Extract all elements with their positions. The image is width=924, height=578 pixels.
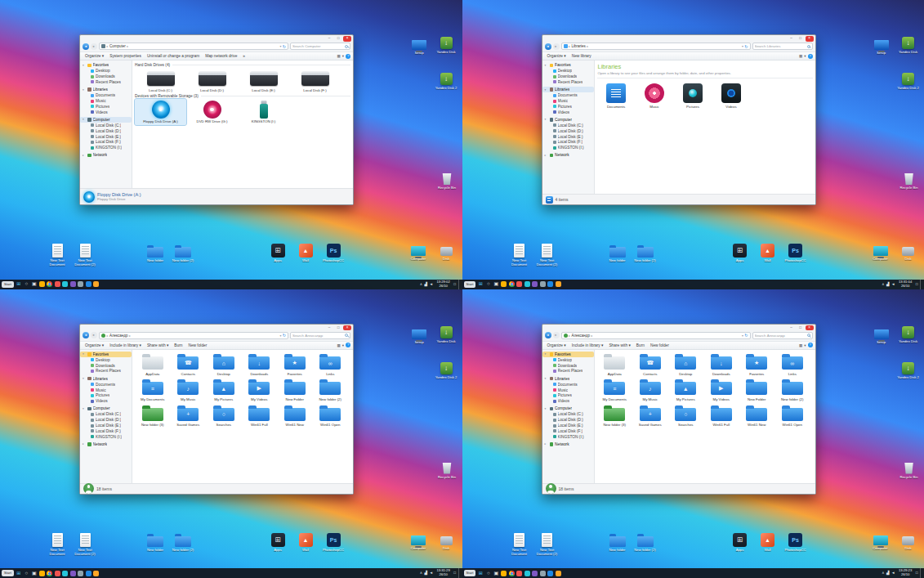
sidebar-computer[interactable]: ▾Computer: [542, 405, 594, 412]
settings-icon[interactable]: [540, 571, 546, 576]
desktop-icon-photoshopcc[interactable]: PsPhotoshopCC: [783, 244, 808, 262]
search-icon[interactable]: ○: [24, 571, 29, 576]
search-input[interactable]: Search Libraries: [752, 43, 813, 50]
task-view-icon[interactable]: ▣: [31, 571, 37, 576]
maximize-button[interactable]: □: [334, 36, 342, 42]
sidebar-item-kingston-i[interactable]: KINGSTON (I:): [80, 145, 132, 150]
file-desktop[interactable]: ⌂Desktop: [668, 352, 704, 377]
file-dvd-rw-drive-g[interactable]: DVD RW Drive (G:): [186, 99, 238, 124]
maximize-button[interactable]: □: [797, 325, 805, 331]
sidebar-item-local-disk-e[interactable]: Local Disk (E:): [80, 134, 132, 140]
browser-icon[interactable]: [47, 281, 52, 287]
group-header[interactable]: Hard Disk Drives (4): [135, 63, 350, 67]
volume-icon[interactable]: ◄: [430, 568, 433, 578]
file-downloads[interactable]: ↓Downloads: [703, 352, 739, 377]
photos-icon[interactable]: [532, 571, 538, 576]
store-icon[interactable]: [62, 571, 68, 576]
desktop-icon-apps[interactable]: ⊞Apps: [266, 244, 290, 262]
file-my-videos[interactable]: ▶My Videos: [242, 377, 278, 402]
file-win61-full[interactable]: Win61 Full: [703, 402, 739, 428]
sidebar-item-pictures[interactable]: Pictures: [542, 392, 594, 398]
search-input[interactable]: Search Александр: [752, 332, 813, 339]
mail-icon[interactable]: [55, 571, 60, 576]
sidebar-favorites[interactable]: ▾Favorites: [542, 62, 594, 69]
address-bar[interactable]: ▸Libraries▸▾↻: [561, 43, 751, 50]
help-icon[interactable]: ?: [808, 54, 813, 59]
volume-icon[interactable]: ◄: [891, 568, 895, 578]
sidebar-item-kingston-i[interactable]: KINGSTON (I:): [80, 434, 132, 440]
start-button[interactable]: Start: [464, 570, 476, 576]
address-dropdown-icon[interactable]: ▾: [742, 44, 743, 48]
desktop-icon-new-folder-2[interactable]: New folder (2): [633, 533, 658, 552]
sidebar-item-recent-places[interactable]: Recent Places: [80, 79, 132, 85]
file-local-disk-c[interactable]: Local Disk (C:): [135, 68, 186, 93]
sidebar-item-desktop[interactable]: Desktop: [542, 357, 594, 363]
file-pictures[interactable]: Pictures: [674, 80, 712, 110]
file-win61-open[interactable]: Win61 Open: [774, 402, 810, 428]
desktop-icon-disk[interactable]: Disk: [896, 244, 921, 261]
desktop-icon-disk[interactable]: Disk: [434, 533, 458, 550]
volume-icon[interactable]: ◄: [430, 280, 433, 289]
file-saved-games[interactable]: +Saved Games: [171, 402, 207, 428]
address-bar[interactable]: ▸Александр▸▾↻: [99, 332, 288, 339]
desktop-icon-new-folder-2[interactable]: New folder (2): [171, 244, 195, 262]
desktop-icon-computer[interactable]: Computer: [406, 533, 431, 550]
sidebar-item-kingston-i[interactable]: KINGSTON (I:): [542, 145, 594, 150]
desktop-icon-yandex-disk[interactable]: ↓Yandex Disk: [434, 36, 458, 54]
address-dropdown-icon[interactable]: ▾: [742, 334, 743, 338]
file-kingston-i[interactable]: KINGSTON (I:): [238, 99, 289, 124]
toolbar-new-folder[interactable]: New folder: [185, 343, 209, 347]
sidebar-item-local-disk-f[interactable]: Local Disk (F:): [542, 139, 594, 145]
file-desktop[interactable]: ⌂Desktop: [206, 352, 242, 377]
file-win61-new[interactable]: Win61 New: [277, 402, 313, 428]
search-icon[interactable]: ○: [24, 281, 29, 287]
desktop-icon-wall[interactable]: ▲Wall: [756, 533, 780, 552]
file-local-disk-d[interactable]: Local Disk (D:): [186, 68, 238, 93]
file-local-disk-f[interactable]: Local Disk (F:): [289, 68, 341, 93]
file-new-folder-3[interactable]: New folder (3): [135, 402, 171, 428]
back-button[interactable]: ◄: [83, 43, 89, 50]
sidebar-item-downloads[interactable]: Downloads: [80, 363, 132, 369]
desktop-icon-yandex-disk-2[interactable]: ↓Yandex Disk 2: [896, 72, 921, 90]
sidebar-item-music[interactable]: Music: [80, 388, 132, 393]
sidebar-item-local-disk-c[interactable]: Local Disk (C:): [542, 412, 594, 418]
search-icon[interactable]: ○: [485, 571, 491, 576]
sidebar-item-documents[interactable]: Documents: [80, 382, 132, 388]
back-button[interactable]: ◄: [545, 43, 551, 50]
word-icon[interactable]: [86, 281, 92, 287]
refresh-icon[interactable]: ↻: [283, 44, 286, 49]
file-new-folder-2[interactable]: New folder (2): [313, 377, 349, 402]
network-icon[interactable]: ▟: [886, 568, 889, 578]
desktop-icon-yandex-disk[interactable]: ↓Yandex Disk: [896, 325, 921, 343]
file-explorer-icon[interactable]: [501, 281, 507, 287]
toolbar-burn[interactable]: Burn: [172, 343, 185, 347]
action-center-icon[interactable]: □: [916, 280, 918, 289]
sidebar-item-local-disk-f[interactable]: Local Disk (F:): [542, 428, 594, 434]
sidebar-item-local-disk-e[interactable]: Local Disk (E:): [80, 423, 132, 428]
file-my-pictures[interactable]: ▲My Pictures: [668, 377, 704, 402]
maximize-button[interactable]: □: [334, 325, 342, 331]
sidebar-network[interactable]: ▸Network: [80, 152, 132, 159]
forward-button[interactable]: ►: [91, 332, 97, 338]
file-saved-games[interactable]: +Saved Games: [632, 402, 668, 428]
toolbar-uninstall-or-change-a-program[interactable]: Uninstall or change a program: [145, 54, 202, 58]
sidebar-item-videos[interactable]: Videos: [80, 398, 132, 404]
group-header[interactable]: Devices with Removable Storage (3): [135, 94, 350, 98]
network-icon[interactable]: ▟: [886, 280, 889, 289]
desktop-icon-disk[interactable]: Disk: [896, 533, 921, 550]
settings-icon[interactable]: [78, 281, 83, 287]
sidebar-item-downloads[interactable]: Downloads: [542, 74, 594, 79]
file-contacts[interactable]: ☎Contacts: [171, 352, 207, 377]
toolbar-include-in-library[interactable]: Include in library ▾: [107, 343, 144, 347]
address-dropdown-icon[interactable]: ▾: [279, 44, 281, 48]
desktop-icon-new-text-document-2[interactable]: New Text Document (2): [73, 244, 97, 267]
desktop-icon-new-folder[interactable]: New folder: [605, 533, 630, 552]
toolbar-organize[interactable]: Organize ▾: [83, 343, 106, 347]
desktop-icon-setup[interactable]: Setup: [407, 327, 431, 344]
sidebar-libraries[interactable]: ▾Libraries: [80, 87, 132, 93]
sidebar-item-local-disk-d[interactable]: Local Disk (D:): [542, 417, 594, 423]
sidebar-item-videos[interactable]: Videos: [542, 398, 594, 404]
show-desktop-button[interactable]: [920, 568, 922, 578]
desktop-icon-apps[interactable]: ⊞Apps: [728, 244, 752, 262]
sidebar-favorites[interactable]: ▾Favorites: [542, 352, 594, 358]
